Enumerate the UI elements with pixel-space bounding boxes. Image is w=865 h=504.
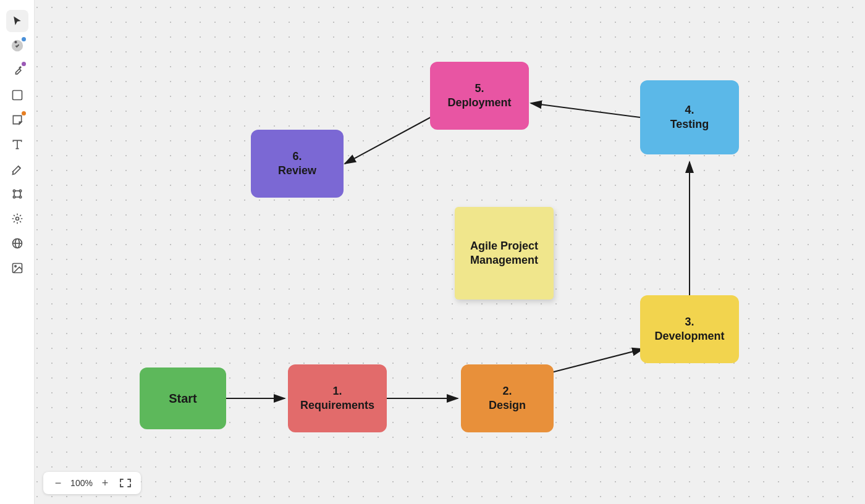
node-agile[interactable]: Agile Project Management <box>455 207 554 300</box>
text-tool[interactable] <box>6 133 28 156</box>
node-testing-line1: 4. <box>670 103 709 117</box>
svg-point-3 <box>13 190 15 191</box>
node-design-line1: 2. <box>489 384 526 398</box>
node-requirements[interactable]: 1. Requirements <box>288 364 387 432</box>
node-deployment-line1: 5. <box>447 82 511 96</box>
node-review-line1: 6. <box>278 149 316 164</box>
zoom-level: 100% <box>70 478 93 488</box>
svg-point-4 <box>19 190 21 191</box>
sticky-tool[interactable] <box>6 109 28 131</box>
node-requirements-line1: 1. <box>300 384 374 398</box>
magic-tool-dot <box>22 37 26 41</box>
fit-view-button[interactable] <box>117 477 133 489</box>
node-testing-line2: Testing <box>670 117 709 132</box>
node-deployment-line2: Deployment <box>447 96 511 110</box>
shape-tool[interactable] <box>6 84 28 106</box>
image-tool[interactable] <box>6 257 28 279</box>
svg-point-0 <box>15 41 17 43</box>
zoom-bar: − 100% + <box>43 472 141 494</box>
magic-tool[interactable] <box>6 35 28 57</box>
connect-tool[interactable] <box>6 183 28 205</box>
node-design-line2: Design <box>489 398 526 413</box>
node-review-line2: Review <box>278 164 316 178</box>
select-tool[interactable] <box>6 10 28 32</box>
node-requirements-line2: Requirements <box>300 398 374 413</box>
node-start-label: Start <box>169 390 197 406</box>
pen-tool-dot <box>22 62 26 66</box>
smart-tool[interactable] <box>6 208 28 230</box>
canvas[interactable]: Start 1. Requirements 2. Design 3. Devel… <box>35 0 865 504</box>
node-deployment[interactable]: 5. Deployment <box>430 62 529 130</box>
pen-tool[interactable] <box>6 59 28 82</box>
svg-point-5 <box>19 196 21 198</box>
edit-tool[interactable] <box>6 158 28 180</box>
node-agile-line2: Management <box>470 253 538 267</box>
node-design[interactable]: 2. Design <box>461 364 554 432</box>
node-agile-line1: Agile Project <box>470 239 538 253</box>
svg-point-6 <box>13 196 15 198</box>
zoom-out-button[interactable]: − <box>51 476 65 490</box>
svg-point-16 <box>14 266 15 267</box>
svg-rect-2 <box>12 91 22 100</box>
node-review[interactable]: 6. Review <box>251 130 344 198</box>
node-development-line1: 3. <box>654 315 724 329</box>
globe-tool[interactable] <box>6 232 28 254</box>
svg-line-22 <box>531 103 640 117</box>
svg-line-23 <box>345 114 436 164</box>
node-development[interactable]: 3. Development <box>640 295 739 363</box>
node-start[interactable]: Start <box>140 368 226 429</box>
zoom-in-button[interactable]: + <box>98 476 112 490</box>
sidebar <box>0 0 35 504</box>
node-testing[interactable]: 4. Testing <box>640 80 739 154</box>
node-development-line2: Development <box>654 329 724 343</box>
sticky-tool-dot <box>22 111 26 116</box>
svg-point-11 <box>15 217 19 220</box>
